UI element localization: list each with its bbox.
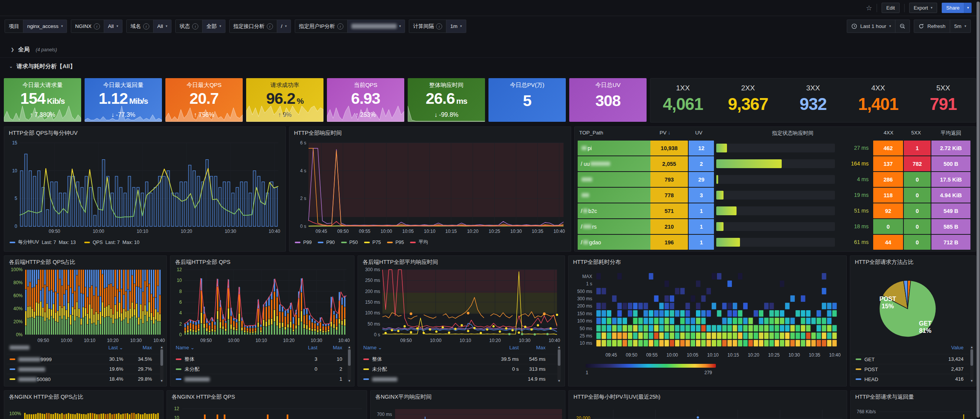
filter-6[interactable]: 指定用户IP分析i▾ <box>295 20 405 33</box>
legend-col-max[interactable]: Max <box>315 345 342 350</box>
legend-series-name-masked <box>185 377 210 381</box>
legend-col-last[interactable]: Last <box>291 345 317 350</box>
legend-item[interactable]: 每分钟UVLast: 7Max: 13 <box>10 239 76 246</box>
legend-scrollbar[interactable]: ▲▼ <box>160 345 163 382</box>
stat-tile-8[interactable]: 今日总UV308 <box>569 78 647 122</box>
filter-2[interactable]: NGINXiAll▾ <box>71 20 122 33</box>
legend-scrollbar-thumb[interactable] <box>558 349 560 366</box>
legend-scrollbar-thumb[interactable] <box>970 349 973 366</box>
filter-value[interactable]: All▾ <box>153 20 172 33</box>
stat-tile-6[interactable]: 整体响应时间26.6ms↓ -99.8% <box>408 78 485 122</box>
y-axis-label: 6 s <box>291 140 306 146</box>
col-header-resp[interactable]: 指定状态响应时间 <box>751 130 835 137</box>
zoom-out-button[interactable] <box>895 20 910 33</box>
stat-tile-7[interactable]: 今日总PV(万)5 <box>488 78 566 122</box>
filter-value[interactable]: nginx_access▾ <box>23 20 67 33</box>
stat-tile-1[interactable]: 今日最大请求量154Kib/s↑ 7,380% <box>4 78 81 122</box>
section-analysis[interactable]: ⌄ 请求与耗时分析【All】 <box>9 63 75 70</box>
legend-item[interactable]: P95 <box>387 240 404 245</box>
stat-tile-5[interactable]: 当前QPS6.93↑ 253% <box>327 78 404 122</box>
time-range-picker[interactable]: Last 1 hour ▾ <box>847 20 895 33</box>
legend-name-header[interactable]: Name ⌄ <box>176 345 194 350</box>
filter-value[interactable]: /▾ <box>277 20 291 33</box>
filter-7[interactable]: 计算间隔i1m▾ <box>409 20 466 33</box>
legend-col-last[interactable]: Last <box>492 345 519 350</box>
legend-series-pill <box>10 368 15 370</box>
legend-scrollbar-thumb[interactable] <box>160 349 163 366</box>
col-header-5xx[interactable]: 5XX <box>905 130 928 136</box>
legend-series-name: 未分配 <box>185 366 199 373</box>
scroll-up-icon[interactable]: ▲ <box>557 345 561 349</box>
col-header-pv[interactable]: PV ↓ <box>660 130 671 136</box>
filter-value[interactable]: All▾ <box>104 20 122 33</box>
legend-stats: Last: 7 <box>105 240 120 245</box>
legend-series-pill <box>318 242 323 243</box>
legend-scrollbar[interactable]: ▲▼ <box>970 345 973 382</box>
legend-item[interactable]: QPSLast: 7Max: 10 <box>84 240 139 245</box>
edit-button[interactable]: Edit <box>882 3 899 13</box>
refresh-button[interactable]: Refresh <box>914 20 949 33</box>
page-scrollbar-thumb[interactable] <box>977 2 980 417</box>
legend-item[interactable]: P75 <box>364 240 381 245</box>
legend-col-max[interactable]: Max <box>125 345 152 350</box>
y-axis-label: 10 <box>171 278 182 283</box>
refresh-interval-picker[interactable]: 5m ▾ <box>950 20 970 33</box>
section-global[interactable]: ❯ 全局 (4 panels) <box>11 46 57 53</box>
stat-tile-4[interactable]: 请求成功率96.2%↑ 9% <box>246 78 323 122</box>
filter-value[interactable]: ▾ <box>347 20 405 33</box>
legend-item[interactable]: P90 <box>318 240 335 245</box>
scroll-down-icon[interactable]: ▼ <box>160 379 163 383</box>
filter-3[interactable]: 域名iAll▾ <box>126 20 172 33</box>
cell-pv: 10,938 <box>650 141 688 155</box>
legend-scrollbar-thumb[interactable] <box>348 349 351 366</box>
share-split-button[interactable]: Share ▾ <box>942 3 972 13</box>
legend-col-last[interactable]: Last ⌄ <box>96 345 123 350</box>
col-header-ret[interactable]: 平均返回 <box>934 130 968 137</box>
legend-scrollbar[interactable]: ▲▼ <box>557 345 561 382</box>
col-header-4xx[interactable]: 4XX <box>877 130 900 136</box>
legend-col-max[interactable]: Max <box>519 345 546 350</box>
legend-scrollbar[interactable]: ▲▼ <box>348 345 351 382</box>
nav-separator <box>877 4 877 12</box>
legend-series-pill <box>363 368 369 370</box>
legend-series-pill <box>10 242 15 243</box>
stat-tile-3[interactable]: 今日最大QPS20.7↑ 756% <box>165 78 243 122</box>
scroll-down-icon[interactable]: ▼ <box>348 379 351 383</box>
share-button[interactable]: Share <box>942 3 964 13</box>
scroll-up-icon[interactable]: ▲ <box>348 345 351 349</box>
scroll-up-icon[interactable]: ▲ <box>160 345 163 349</box>
gauge-track <box>716 222 835 231</box>
legend-series-pill <box>176 368 181 370</box>
filter-1[interactable]: 项目nginx_access▾ <box>5 20 67 33</box>
scroll-down-icon[interactable]: ▼ <box>970 379 973 383</box>
filter-value[interactable]: 1m▾ <box>446 20 466 33</box>
page-scrollbar[interactable] <box>977 2 980 417</box>
col-header-top-path[interactable]: TOP_Path <box>579 130 603 136</box>
cell-pv: 571 <box>650 203 688 218</box>
legend-item[interactable]: P99 <box>295 240 312 245</box>
legend-series-name: QPS <box>93 240 103 245</box>
star-icon[interactable]: ☆ <box>866 4 872 12</box>
legend-series-pill <box>856 358 861 360</box>
y-axis-label: 8 <box>171 289 182 294</box>
scroll-down-icon[interactable]: ▼ <box>557 379 561 383</box>
scroll-up-icon[interactable]: ▲ <box>970 345 973 349</box>
legend-item[interactable]: 平均 <box>410 239 428 246</box>
x-axis-label: 10:10 <box>137 229 148 234</box>
share-caret-button[interactable]: ▾ <box>964 3 972 13</box>
stat-tile-2[interactable]: 今日最大返回量1.12Mib/s↓ -77.3% <box>85 78 162 122</box>
chevron-down-icon: ▾ <box>931 6 933 10</box>
legend-col-value[interactable]: Value <box>933 345 964 350</box>
cell-uv: 3 <box>689 188 714 203</box>
col-header-uv[interactable]: UV <box>695 130 702 136</box>
filter-4[interactable]: 状态i全部▾ <box>175 20 225 33</box>
export-button[interactable]: Export▾ <box>909 3 937 13</box>
legend-item[interactable]: P50 <box>341 240 358 245</box>
x-axis-label: 10:30 <box>519 338 531 343</box>
legend-name-header[interactable]: Name ⌄ <box>363 345 382 350</box>
filter-5[interactable]: 指定接口分析i/▾ <box>229 20 291 33</box>
filter-value[interactable]: 全部▾ <box>202 20 225 33</box>
cell-4xx: 44 <box>873 235 903 250</box>
cell-pv: 793 <box>650 172 688 187</box>
gauge-value: 164 ms <box>838 160 869 167</box>
